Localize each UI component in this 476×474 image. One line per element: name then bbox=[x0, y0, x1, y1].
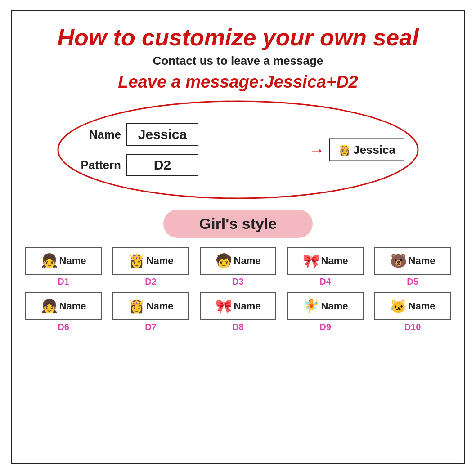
stamp-name-d6: Name bbox=[59, 300, 86, 312]
oval-section: Name Jessica Pattern D2 → 👸 Jessica bbox=[54, 98, 422, 201]
name-input-box: Jessica bbox=[126, 123, 198, 146]
stamp-box-d5: 🐻Name bbox=[374, 247, 451, 275]
stamp-code-d2: D2 bbox=[145, 277, 157, 287]
result-box: 👸 Jessica bbox=[329, 139, 404, 161]
stamp-icon-d8: 🎀 bbox=[216, 300, 232, 313]
stamp-code-d3: D3 bbox=[232, 277, 244, 287]
stamp-item-d1: 👧NameD1 bbox=[24, 247, 103, 287]
stamp-name-d4: Name bbox=[321, 255, 348, 267]
arrow-icon: → bbox=[309, 140, 325, 159]
stamp-box-d8: 🎀Name bbox=[200, 292, 276, 320]
stamp-code-d4: D4 bbox=[319, 277, 331, 287]
pattern-label: Pattern bbox=[81, 158, 121, 172]
stamp-item-d2: 👸NameD2 bbox=[112, 247, 190, 287]
stamp-code-d6: D6 bbox=[58, 322, 69, 332]
stamp-name-d8: Name bbox=[234, 300, 261, 312]
stamp-icon-d1: 👧 bbox=[41, 254, 58, 268]
stamp-icon-d3: 🧒 bbox=[216, 254, 232, 268]
stamp-item-d3: 🧒NameD3 bbox=[199, 247, 277, 287]
stamp-box-d6: 👧Name bbox=[25, 292, 102, 320]
style-badge: Girl's style bbox=[163, 210, 313, 238]
stamp-name-d5: Name bbox=[409, 255, 436, 267]
stamp-box-d1: 👧Name bbox=[25, 247, 102, 275]
stamp-box-d9: 🧚Name bbox=[287, 292, 364, 320]
stamp-code-d7: D7 bbox=[145, 322, 157, 332]
pattern-input-box: D2 bbox=[126, 154, 198, 176]
stamp-item-d4: 🎀NameD4 bbox=[286, 247, 364, 287]
result-princess-icon: 👸 bbox=[338, 144, 350, 156]
stamp-icon-d4: 🎀 bbox=[303, 254, 319, 268]
stamp-icon-d10: 🐱 bbox=[390, 300, 407, 313]
stamp-icon-d2: 👸 bbox=[128, 254, 145, 268]
stamp-item-d9: 🧚NameD9 bbox=[286, 292, 364, 332]
stamp-name-d3: Name bbox=[234, 255, 261, 267]
stamp-name-d7: Name bbox=[147, 300, 174, 312]
stamp-icon-d6: 👧 bbox=[41, 300, 58, 313]
stamp-box-d4: 🎀Name bbox=[287, 247, 364, 275]
stamp-icon-d5: 🐻 bbox=[390, 254, 407, 268]
stamp-icon-d7: 👸 bbox=[128, 300, 145, 313]
stamp-code-d5: D5 bbox=[407, 277, 418, 287]
message-title: Leave a message:Jessica+D2 bbox=[118, 72, 358, 92]
stamp-item-d5: 🐻NameD5 bbox=[373, 247, 452, 287]
stamp-name-d10: Name bbox=[409, 300, 436, 312]
stamp-box-d2: 👸Name bbox=[112, 247, 189, 275]
stamps-grid: 👧NameD1👸NameD2🧒NameD3🎀NameD4🐻NameD5👧Name… bbox=[24, 247, 452, 332]
stamp-code-d1: D1 bbox=[58, 277, 69, 287]
name-label: Name bbox=[81, 128, 121, 142]
stamp-code-d10: D10 bbox=[404, 322, 421, 332]
main-title: How to customize your own seal bbox=[57, 25, 418, 50]
stamp-name-d2: Name bbox=[147, 255, 174, 267]
card: How to customize your own seal Contact u… bbox=[11, 10, 465, 464]
stamp-code-d8: D8 bbox=[232, 322, 244, 332]
stamp-item-d8: 🎀NameD8 bbox=[199, 292, 277, 332]
stamp-box-d7: 👸Name bbox=[112, 292, 189, 320]
stamp-item-d7: 👸NameD7 bbox=[112, 292, 190, 332]
stamp-item-d6: 👧NameD6 bbox=[24, 292, 103, 332]
stamp-box-d3: 🧒Name bbox=[200, 247, 276, 275]
result-name: Jessica bbox=[353, 143, 395, 157]
subtitle: Contact us to leave a message bbox=[153, 54, 323, 68]
stamp-icon-d9: 🧚 bbox=[303, 300, 319, 313]
stamp-item-d10: 🐱NameD10 bbox=[373, 292, 452, 332]
stamp-name-d9: Name bbox=[321, 300, 348, 312]
stamp-box-d10: 🐱Name bbox=[374, 292, 451, 320]
stamp-name-d1: Name bbox=[59, 255, 86, 267]
stamp-code-d9: D9 bbox=[319, 322, 331, 332]
arrow-result: → 👸 Jessica bbox=[309, 139, 404, 161]
